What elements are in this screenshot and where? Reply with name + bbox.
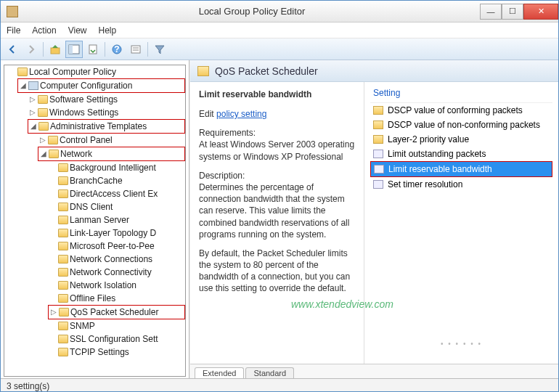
setting-item-limit-reservable-bandwidth[interactable]: Limit reservable bandwidth bbox=[370, 161, 552, 177]
status-text: 3 setting(s) bbox=[7, 381, 49, 391]
tree-item-label: Offline Files bbox=[70, 292, 115, 305]
tree-item-network-connections[interactable]: Network Connections bbox=[48, 253, 185, 266]
tree-item-label: Link-Layer Topology D bbox=[70, 226, 156, 240]
minimize-button[interactable]: — bbox=[480, 4, 502, 20]
up-button[interactable] bbox=[46, 41, 64, 58]
setting-name: Limit reservable bandwidth bbox=[199, 89, 355, 99]
folder-icon bbox=[58, 294, 68, 303]
folder-icon bbox=[197, 66, 209, 76]
setting-label: Limit outstanding packets bbox=[388, 147, 486, 160]
splitter-handle[interactable]: • • • • • • bbox=[441, 340, 482, 348]
folder-icon bbox=[58, 189, 68, 198]
tree-item-ssl-configuration-sett[interactable]: SSL Configuration Sett bbox=[48, 332, 185, 346]
tree-item-background-intelligent[interactable]: Background Intelligent bbox=[48, 161, 185, 174]
folder-icon bbox=[38, 95, 48, 104]
computer-icon bbox=[28, 81, 38, 90]
tab-extended[interactable]: Extended bbox=[195, 367, 244, 378]
tree-item-directaccess-client-ex[interactable]: DirectAccess Client Ex bbox=[48, 187, 185, 200]
column-header-setting[interactable]: Setting bbox=[370, 86, 552, 103]
properties-button[interactable] bbox=[127, 41, 144, 58]
folder-icon bbox=[58, 281, 68, 290]
policy-tree[interactable]: Local Computer Policy ◢Computer Configur… bbox=[4, 65, 185, 359]
export-button[interactable] bbox=[84, 41, 102, 58]
tree-control-panel[interactable]: ▷Control Panel bbox=[38, 134, 185, 147]
menu-file[interactable]: File bbox=[7, 25, 20, 36]
main-area: Local Computer Policy ◢Computer Configur… bbox=[1, 60, 558, 378]
policy-icon bbox=[373, 180, 383, 189]
menu-view[interactable]: View bbox=[68, 25, 87, 36]
tree-item-network-connectivity[interactable]: Network Connectivity bbox=[48, 266, 185, 279]
folder-icon bbox=[38, 108, 48, 117]
help-button[interactable]: ? bbox=[108, 41, 126, 58]
settings-list-pane: Setting DSCP value of conforming packets… bbox=[364, 82, 558, 364]
titlebar: Local Group Policy Editor — ☐ ✕ bbox=[1, 1, 558, 23]
setting-item-layer-2-priority-value[interactable]: Layer-2 priority value bbox=[370, 132, 552, 147]
folder-icon bbox=[58, 335, 68, 343]
tree-item-tcpip-settings[interactable]: TCPIP Settings bbox=[48, 346, 185, 359]
setting-item-dscp-value-of-non-conforming-packets[interactable]: DSCP value of non-conforming packets bbox=[370, 118, 552, 132]
tree-item-label: SNMP bbox=[70, 319, 95, 332]
setting-label: Layer-2 priority value bbox=[388, 133, 469, 146]
tree-item-lanman-server[interactable]: Lanman Server bbox=[48, 213, 185, 226]
tree-item-label: DNS Client bbox=[70, 200, 113, 213]
folder-icon bbox=[58, 242, 68, 250]
tree-item-label: BranchCache bbox=[70, 174, 123, 187]
folder-icon bbox=[373, 106, 383, 115]
setting-label: DSCP value of non-conforming packets bbox=[388, 118, 540, 131]
tree-software-settings[interactable]: ▷Software Settings bbox=[28, 93, 185, 106]
folder-icon bbox=[58, 229, 68, 237]
forward-button[interactable] bbox=[23, 41, 40, 58]
svg-rect-6 bbox=[131, 46, 140, 53]
setting-item-dscp-value-of-conforming-packets[interactable]: DSCP value of conforming packets bbox=[370, 103, 552, 118]
tree-item-microsoft-peer-to-pee[interactable]: Microsoft Peer-to-Pee bbox=[48, 240, 185, 253]
tree-item-dns-client[interactable]: DNS Client bbox=[48, 200, 185, 213]
requirements-label: Requirements: bbox=[199, 128, 256, 138]
tree-item-label: Network Connectivity bbox=[70, 266, 152, 279]
svg-rect-0 bbox=[51, 48, 60, 54]
tab-standard[interactable]: Standard bbox=[245, 367, 294, 378]
svg-rect-2 bbox=[69, 45, 73, 54]
description-pane: Limit reservable bandwidth Edit policy s… bbox=[190, 82, 364, 364]
menubar: File Action View Help bbox=[1, 23, 558, 38]
tree-pane: Local Computer Policy ◢Computer Configur… bbox=[1, 60, 189, 378]
tree-item-label: TCPIP Settings bbox=[70, 346, 129, 359]
tree-computer-configuration[interactable]: ◢Computer Configuration bbox=[17, 78, 185, 93]
folder-icon bbox=[58, 216, 68, 224]
content-header: QoS Packet Scheduler bbox=[190, 60, 558, 82]
maximize-button[interactable]: ☐ bbox=[502, 4, 523, 20]
setting-item-limit-outstanding-packets[interactable]: Limit outstanding packets bbox=[370, 147, 552, 161]
folder-icon bbox=[373, 135, 383, 144]
setting-label: Limit reservable bandwidth bbox=[388, 163, 492, 176]
statusbar: 3 setting(s) bbox=[1, 378, 558, 392]
edit-policy-link[interactable]: policy setting bbox=[216, 109, 266, 119]
folder-icon bbox=[58, 268, 68, 277]
tree-item-label: QoS Packet Scheduler bbox=[70, 306, 158, 319]
tree-item-qos-packet-scheduler[interactable]: ▷QoS Packet Scheduler bbox=[48, 305, 185, 319]
tree-administrative-templates[interactable]: ◢Administrative Templates bbox=[28, 119, 185, 134]
tree-item-snmp[interactable]: SNMP bbox=[48, 319, 185, 332]
tree-item-branchcache[interactable]: BranchCache bbox=[48, 174, 185, 187]
menu-help[interactable]: Help bbox=[99, 25, 117, 36]
description-text-2: By default, the Packet Scheduler limits … bbox=[199, 248, 355, 295]
toolbar: ? bbox=[1, 38, 558, 60]
show-tree-button[interactable] bbox=[65, 41, 83, 58]
close-button[interactable]: ✕ bbox=[523, 4, 558, 20]
folder-icon bbox=[58, 163, 68, 172]
tree-windows-settings[interactable]: ▷Windows Settings bbox=[28, 106, 185, 119]
back-button[interactable] bbox=[4, 41, 21, 58]
setting-label: Set timer resolution bbox=[388, 178, 462, 191]
tree-item-offline-files[interactable]: Offline Files bbox=[48, 292, 185, 305]
menu-action[interactable]: Action bbox=[32, 25, 56, 36]
filter-button[interactable] bbox=[151, 41, 168, 58]
folder-icon bbox=[59, 308, 69, 317]
folder-icon bbox=[58, 348, 68, 356]
tree-item-link-layer-topology-d[interactable]: Link-Layer Topology D bbox=[48, 226, 185, 240]
description-text: Determines the percentage of connection … bbox=[199, 182, 349, 240]
tree-item-label: DirectAccess Client Ex bbox=[70, 187, 158, 200]
view-tabs: Extended Standard bbox=[190, 364, 558, 378]
setting-item-set-timer-resolution[interactable]: Set timer resolution bbox=[370, 177, 552, 192]
tree-item-network-isolation[interactable]: Network Isolation bbox=[48, 279, 185, 292]
tree-root[interactable]: Local Computer Policy bbox=[7, 65, 185, 78]
content-pane: QoS Packet Scheduler Limit reservable ba… bbox=[189, 60, 558, 378]
tree-network[interactable]: ◢Network bbox=[38, 147, 185, 161]
